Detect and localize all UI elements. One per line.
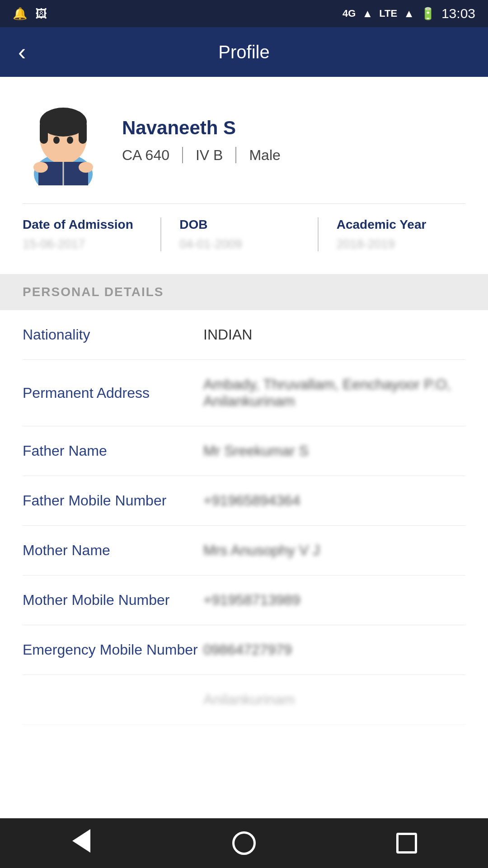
personal-details-header: PERSONAL DETAILS: [0, 274, 488, 310]
emergency-mobile-value: 09864727979: [203, 642, 465, 658]
personal-details-title: PERSONAL DETAILS: [23, 285, 164, 299]
academic-year-field: Academic Year 2018-2019: [318, 217, 465, 251]
address-label: Permanent Address: [23, 385, 203, 401]
status-bar-right: 4G ▲ LTE ▲ 🔋 13:03: [343, 6, 475, 21]
date-of-admission-label: Date of Admission: [23, 217, 151, 232]
roll-number: CA 640: [122, 147, 169, 164]
image-icon: 🖼: [35, 7, 47, 21]
father-name-value: Mr Sreekumar S: [203, 443, 465, 459]
academic-year-label: Academic Year: [337, 217, 465, 232]
dob-value: 04-01-2009: [179, 237, 308, 251]
status-time: 13:03: [441, 6, 475, 21]
mother-mobile-value: +91958713989: [203, 592, 465, 609]
nationality-value: INDIAN: [203, 326, 465, 343]
personal-details-container: Nationality INDIAN Permanent Address Amb…: [0, 310, 488, 725]
recents-nav-icon: [396, 833, 417, 854]
mother-name-value: Mrs Anusophy V J: [203, 542, 465, 559]
mother-mobile-label: Mother Mobile Number: [23, 592, 203, 609]
svg-point-11: [33, 162, 48, 173]
date-of-admission-value: 15-06-2017: [23, 237, 151, 251]
svg-point-8: [67, 137, 73, 144]
detail-row-mother-name: Mother Name Mrs Anusophy V J: [23, 526, 465, 576]
detail-row-father-mobile: Father Mobile Number +91965894364: [23, 476, 465, 526]
detail-row-nationality: Nationality INDIAN: [23, 310, 465, 360]
meta-divider1: [182, 147, 183, 163]
back-nav-icon: [72, 829, 90, 857]
profile-dates: Date of Admission 15-06-2017 DOB 04-01-2…: [23, 203, 465, 251]
detail-row-father-name: Father Name Mr Sreekumar S: [23, 426, 465, 476]
partial-value: Anilankurinam: [203, 691, 465, 708]
dob-field: DOB 04-01-2009: [160, 217, 308, 251]
back-button[interactable]: ‹: [18, 40, 26, 64]
lte-icon: LTE: [379, 8, 397, 19]
student-name: Navaneeth S: [122, 117, 281, 139]
detail-row-mother-mobile: Mother Mobile Number +91958713989: [23, 576, 465, 625]
svg-point-12: [79, 162, 93, 173]
father-mobile-label: Father Mobile Number: [23, 492, 203, 509]
signal-bars2-icon: ▲: [404, 7, 414, 20]
detail-row-emergency-mobile: Emergency Mobile Number 09864727979: [23, 625, 465, 675]
status-bar: 🔔 🖼 4G ▲ LTE ▲ 🔋 13:03: [0, 0, 488, 27]
home-nav-button[interactable]: [226, 825, 262, 861]
home-nav-icon: [232, 831, 256, 855]
signal-4g-icon: 4G: [343, 8, 356, 19]
profile-info: Navaneeth S CA 640 IV B Male: [122, 117, 281, 164]
class-section: IV B: [196, 147, 223, 164]
meta-divider2: [235, 147, 236, 163]
svg-point-7: [53, 137, 60, 144]
navigation-bar: ‹ Profile: [0, 27, 488, 77]
father-mobile-value: +91965894364: [203, 492, 465, 509]
emergency-mobile-label: Emergency Mobile Number: [23, 642, 203, 658]
back-nav-button[interactable]: [63, 825, 99, 861]
battery-icon: 🔋: [421, 7, 435, 21]
detail-row-partial: Anilankurinam: [23, 675, 465, 725]
recents-nav-button[interactable]: [389, 825, 425, 861]
mother-name-label: Mother Name: [23, 542, 203, 559]
date-of-admission: Date of Admission 15-06-2017: [23, 217, 151, 251]
page-title: Profile: [218, 42, 269, 62]
notification-bell-icon: 🔔: [13, 7, 27, 21]
profile-section: Navaneeth S CA 640 IV B Male Date of Adm…: [0, 77, 488, 274]
signal-bars-icon: ▲: [362, 7, 373, 20]
academic-year-value: 2018-2019: [337, 237, 465, 251]
father-name-label: Father Name: [23, 443, 203, 459]
address-value: Ambady, Thruvallam, Eenchayoor P.O, Anil…: [203, 376, 465, 410]
svg-rect-5: [40, 121, 48, 144]
profile-top: Navaneeth S CA 640 IV B Male: [23, 95, 465, 185]
detail-row-address: Permanent Address Ambady, Thruvallam, Ee…: [23, 360, 465, 426]
svg-rect-6: [79, 121, 87, 144]
dob-label: DOB: [179, 217, 308, 232]
nationality-label: Nationality: [23, 326, 203, 343]
avatar: [23, 95, 104, 185]
bottom-navigation: [0, 818, 488, 868]
gender: Male: [249, 147, 280, 164]
profile-meta: CA 640 IV B Male: [122, 147, 281, 164]
status-bar-left: 🔔 🖼: [13, 7, 47, 21]
